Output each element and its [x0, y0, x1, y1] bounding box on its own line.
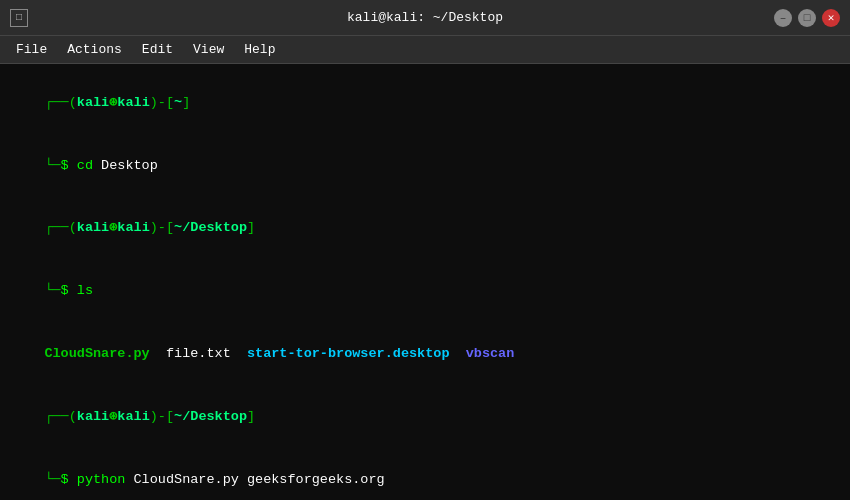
prompt-bracket-close-3: )-[	[150, 409, 174, 424]
prompt-path-3: ~/Desktop	[174, 409, 247, 424]
ls-output: CloudSnare.py file.txt start-tor-browser…	[12, 323, 838, 386]
cmd-cd: cd	[77, 158, 93, 173]
close-button[interactable]: ✕	[822, 9, 840, 27]
prompt-dollar-2: $	[61, 283, 77, 298]
prompt-bracket-close-1: )-[	[150, 95, 174, 110]
command-line-2: └─$ ls	[12, 260, 838, 323]
prompt-bracket-open-1: ┌──(	[44, 95, 76, 110]
prompt-arrow-3: └─	[44, 472, 60, 487]
prompt-arrow-1: └─	[44, 158, 60, 173]
title-bar-left: □	[10, 9, 28, 27]
prompt-user-2: kali⊛kali	[77, 220, 150, 235]
prompt-dollar-3: $	[61, 472, 77, 487]
menu-bar: File Actions Edit View Help	[0, 36, 850, 64]
prompt-bracket-open-2: ┌──(	[44, 220, 76, 235]
cmd-python: python	[77, 472, 126, 487]
window-icon: □	[10, 9, 28, 27]
file-vbscan: vbscan	[450, 346, 515, 361]
prompt-path-1: ~	[174, 95, 182, 110]
prompt-user-3: kali⊛kali	[77, 409, 150, 424]
terminal-body[interactable]: ┌──(kali⊛kali)-[~] └─$ cd Desktop ┌──(ka…	[0, 64, 850, 500]
cmd-cd-arg: Desktop	[93, 158, 158, 173]
prompt-line-1: ┌──(kali⊛kali)-[~]	[12, 72, 838, 135]
file-desktop: start-tor-browser.desktop	[247, 346, 450, 361]
prompt-dollar-1: $	[61, 158, 77, 173]
menu-help[interactable]: Help	[236, 40, 283, 59]
cmd-ls: ls	[77, 283, 93, 298]
menu-file[interactable]: File	[8, 40, 55, 59]
prompt-bracket-close-2: )-[	[150, 220, 174, 235]
prompt-line-2: ┌──(kali⊛kali)-[~/Desktop]	[12, 198, 838, 261]
prompt-path-bracket-2: ]	[247, 220, 255, 235]
menu-view[interactable]: View	[185, 40, 232, 59]
menu-actions[interactable]: Actions	[59, 40, 130, 59]
prompt-arrow-2: └─	[44, 283, 60, 298]
title-bar: □ kali@kali: ~/Desktop – □ ✕	[0, 0, 850, 36]
prompt-line-3: ┌──(kali⊛kali)-[~/Desktop]	[12, 386, 838, 449]
prompt-path-2: ~/Desktop	[174, 220, 247, 235]
cmd-script: CloudSnare.py geeksforgeeks.org	[125, 472, 384, 487]
minimize-button[interactable]: –	[774, 9, 792, 27]
window-controls: – □ ✕	[774, 9, 840, 27]
window-icon-glyph: □	[16, 12, 22, 23]
prompt-user-1: kali⊛kali	[77, 95, 150, 110]
command-line-3: └─$ python CloudSnare.py geeksforgeeks.o…	[12, 449, 838, 500]
command-line-1: └─$ cd Desktop	[12, 135, 838, 198]
maximize-button[interactable]: □	[798, 9, 816, 27]
window-title: kali@kali: ~/Desktop	[347, 10, 503, 25]
prompt-path-bracket-3: ]	[247, 409, 255, 424]
prompt-path-bracket-1: ]	[182, 95, 190, 110]
file-txt: file.txt	[150, 346, 247, 361]
menu-edit[interactable]: Edit	[134, 40, 181, 59]
file-cloudsnare: CloudSnare.py	[44, 346, 149, 361]
prompt-bracket-open-3: ┌──(	[44, 409, 76, 424]
